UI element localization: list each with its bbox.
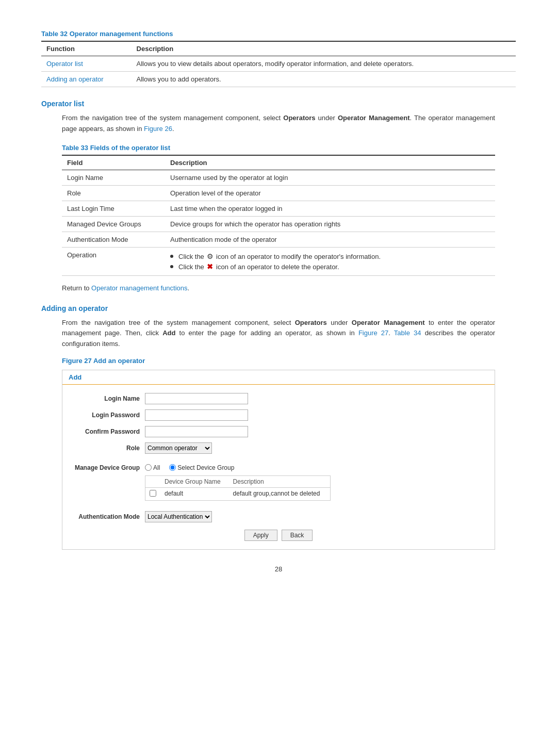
radio-select-option[interactable]: Select Device Group [169, 464, 234, 471]
device-table-wrapper: Device Group Name Description default de… [145, 475, 331, 501]
operator-list-link[interactable]: Operator list [46, 60, 83, 68]
radio-all-option[interactable]: All [145, 464, 160, 471]
table33: Field Description Login Name Username us… [62, 155, 495, 276]
field-operation: Operation [62, 247, 165, 275]
desc-managed-device-groups: Device groups for which the operator has… [165, 216, 495, 232]
auth-mode-row: Authentication Mode Local Authentication [73, 511, 484, 522]
table32-row1-desc: Allows you to view details about operato… [132, 56, 516, 72]
add-form-body: Login Name Login Password Confirm Passwo… [62, 385, 495, 549]
table33-header-description: Description [165, 155, 495, 170]
desc-role: Operation level of the operator [165, 185, 495, 201]
bullet-dot [170, 255, 173, 258]
adding-operator-section-title: Adding an operator [41, 304, 516, 313]
desc-authentication-mode: Authentication mode of the operator [165, 232, 495, 247]
desc-last-login-time: Last time when the operator logged in [165, 201, 495, 216]
manage-device-group-section: Manage Device Group All Select Device Gr… [73, 464, 484, 501]
bullet-dot [170, 265, 173, 268]
form-buttons: Apply Back [73, 530, 484, 541]
login-name-input[interactable] [145, 393, 248, 404]
field-managed-device-groups: Managed Device Groups [62, 216, 165, 232]
table32: Function Description Operator list Allow… [41, 41, 516, 87]
table32-title: Table 32 Operator management functions [41, 30, 516, 38]
back-button[interactable]: Back [282, 530, 313, 541]
table-row: Operation Click the ⚙ icon of an operato… [62, 247, 495, 275]
desc-login-name: Username used by the operator at login [165, 170, 495, 185]
radio-select-label: Select Device Group [177, 464, 234, 471]
operation-bullet-1: Click the ⚙ icon of an operator to modif… [178, 252, 381, 260]
table34-link[interactable]: Table 34 [394, 329, 421, 337]
login-name-row: Login Name [73, 393, 484, 404]
device-table: Device Group Name Description default de… [145, 476, 330, 500]
auth-mode-label: Authentication Mode [73, 513, 145, 520]
add-form-header: Add [62, 370, 495, 385]
radio-all-label: All [153, 464, 160, 471]
adding-operator-paragraph: From the navigation tree of the system m… [62, 318, 495, 350]
page-number: 28 [41, 565, 516, 573]
confirm-password-input[interactable] [145, 426, 248, 437]
confirm-password-row: Confirm Password [73, 426, 484, 437]
manage-device-group-label: Manage Device Group [73, 464, 145, 471]
operator-list-section-title: Operator list [41, 100, 516, 108]
device-table-header-check [145, 476, 160, 488]
role-select[interactable]: Common operator [145, 442, 212, 454]
confirm-password-label: Confirm Password [73, 428, 145, 435]
field-last-login-time: Last Login Time [62, 201, 165, 216]
field-role: Role [62, 185, 165, 201]
manage-device-group-row: Manage Device Group All Select Device Gr… [73, 464, 484, 501]
gear-icon: ⚙ [206, 252, 214, 260]
role-label: Role [73, 445, 145, 452]
apply-button[interactable]: Apply [244, 530, 277, 541]
table-row: Adding an operator Allows you to add ope… [41, 72, 516, 87]
table-row: Last Login Time Last time when the opera… [62, 201, 495, 216]
table-row: Login Name Username used by the operator… [62, 170, 495, 185]
device-row-checkbox[interactable] [150, 490, 156, 497]
field-authentication-mode: Authentication Mode [62, 232, 165, 247]
login-password-input[interactable] [145, 409, 248, 421]
figure26-link[interactable]: Figure 26 [144, 125, 172, 133]
return-line: Return to Operator management functions. [62, 284, 516, 292]
adding-operator-link[interactable]: Adding an operator [46, 75, 104, 83]
auth-mode-select[interactable]: Local Authentication [145, 511, 212, 522]
role-row: Role Common operator [73, 442, 484, 454]
figure27-title: Figure 27 Add an operator [62, 357, 516, 365]
login-name-label: Login Name [73, 395, 145, 402]
table33-header-field: Field [62, 155, 165, 170]
table-row: Managed Device Groups Device groups for … [62, 216, 495, 232]
table33-title: Table 33 Fields of the operator list [62, 144, 516, 152]
delete-icon: ✖ [206, 262, 214, 271]
table-row: Operator list Allows you to view details… [41, 56, 516, 72]
table-row: Authentication Mode Authentication mode … [62, 232, 495, 247]
device-table-row: default default group,cannot be deleted [145, 487, 330, 500]
table32-header-function: Function [41, 41, 132, 56]
device-table-header-desc: Description [229, 476, 330, 488]
login-password-row: Login Password [73, 409, 484, 421]
device-table-header-name: Device Group Name [160, 476, 229, 488]
add-form-container: Add Login Name Login Password Confirm Pa… [62, 370, 495, 550]
radio-select-input[interactable] [169, 464, 176, 471]
login-password-label: Login Password [73, 412, 145, 419]
table32-header-description: Description [132, 41, 516, 56]
operator-list-paragraph: From the navigation tree of the system m… [62, 113, 495, 135]
device-group-description: default group,cannot be deleted [229, 487, 330, 500]
figure27-link[interactable]: Figure 27 [358, 329, 388, 337]
desc-operation: Click the ⚙ icon of an operator to modif… [165, 247, 495, 275]
radio-all-input[interactable] [145, 464, 152, 471]
table-row: Role Operation level of the operator [62, 185, 495, 201]
device-group-name: default [160, 487, 229, 500]
field-login-name: Login Name [62, 170, 165, 185]
table32-row2-desc: Allows you to add operators. [132, 72, 516, 87]
radio-group: All Select Device Group [145, 464, 331, 471]
operation-bullet-2: Click the ✖ icon of an operator to delet… [178, 262, 339, 271]
return-operator-mgmt-link[interactable]: Operator management functions [91, 284, 187, 292]
